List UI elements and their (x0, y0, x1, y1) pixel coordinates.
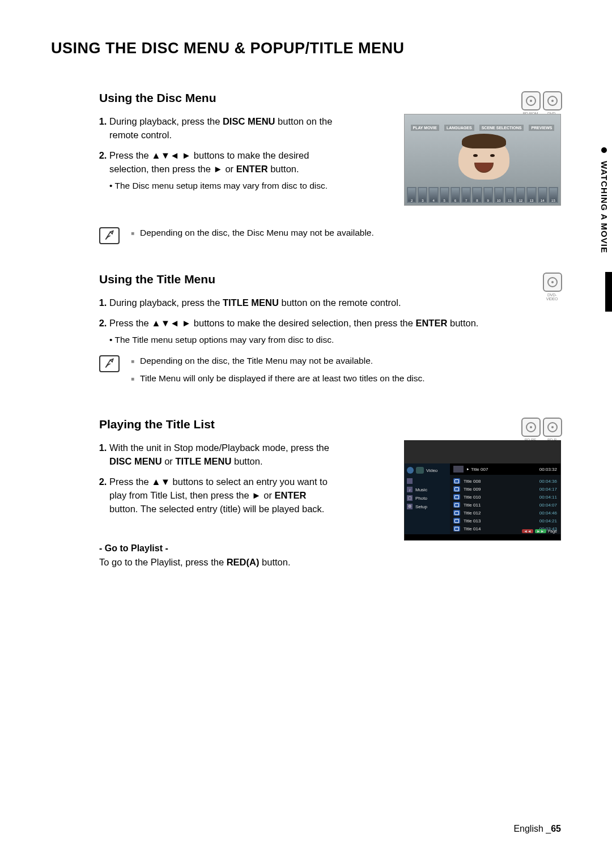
steps-list: With the unit in Stop mode/Playback mode… (99, 441, 336, 516)
section-title-menu: DVD-VIDEO Using the Title Menu During pl… (99, 273, 561, 389)
list-item: ▢Photo (407, 495, 448, 501)
globe-icon (407, 478, 413, 484)
clip-icon (453, 510, 460, 516)
table-row: Title 01000:04:11 (453, 493, 557, 501)
section-title: Playing the Title List (99, 418, 561, 431)
list-item (407, 478, 448, 484)
cd-icon (407, 467, 414, 474)
page-title: USING THE DISC MENU & POPUP/TITLE MENU (51, 40, 561, 57)
note-icon (99, 227, 120, 244)
scene-thumbnails: 2 3 4 5 6 7 8 9 10 11 12 13 14 15 (407, 187, 558, 203)
step-item: During playback, press the TITLE MENU bu… (109, 296, 495, 310)
list-item: ♪Music (407, 487, 448, 492)
bdr-icon: BD-R (543, 418, 561, 442)
section-title: Using the Disc Menu (99, 91, 561, 105)
sub-note: The Disc menu setup items may vary from … (109, 180, 336, 192)
menu-item: SCENE SELECTIONS (479, 125, 524, 131)
note-icon (99, 355, 120, 372)
table-row: Title 01300:04:21 (453, 517, 557, 525)
menu-item: PLAY MOVIE (411, 125, 439, 131)
page-hint: ◄◄►►Page (522, 529, 557, 533)
section-disc-menu: BD-ROM DVD-VIDEO Using the Disc Menu Dur… (99, 91, 561, 244)
disc-type-icons: BD-RE BD-R (521, 418, 561, 442)
film-icon (416, 467, 424, 474)
disc-menu-screenshot: PLAY MOVIE LANGUAGES SCENE SELECTIONS PR… (404, 114, 561, 206)
note-item: ■Title Menu will only be displayed if th… (131, 372, 425, 386)
title-list-screenshot: Video ♪Music ▢Photo ⚙Setup ▸ Title 007 (404, 440, 561, 541)
clip-icon (453, 526, 460, 531)
steps-list: During playback, press the DISC MENU but… (99, 115, 336, 192)
note-item: ■Depending on the disc, the Disc Menu ma… (131, 226, 374, 240)
clip-icon (453, 478, 460, 484)
playlist-instruction: To go to the Playlist, press the RED(A) … (99, 556, 561, 569)
steps-list: During playback, press the TITLE MENU bu… (99, 296, 495, 346)
clip-icon (453, 502, 460, 508)
dvdvideo-icon: DVD-VIDEO (543, 273, 561, 301)
menu-item: LANGUAGES (444, 125, 474, 131)
table-row: Title 01100:04:07 (453, 501, 557, 509)
step-item: With the unit in Stop mode/Playback mode… (109, 441, 336, 469)
thumbnail-icon (453, 466, 464, 473)
clip-icon (453, 486, 460, 492)
section-title-list: BD-RE BD-R Playing the Title List With t… (99, 418, 561, 569)
sub-heading: - Go to Playlist - (99, 543, 561, 554)
clip-icon (453, 494, 460, 500)
sub-note: The Title menu setup options may vary fr… (109, 334, 495, 346)
bdre-icon: BD-RE (521, 418, 539, 442)
photo-icon: ▢ (407, 495, 413, 501)
section-title: Using the Title Menu (99, 273, 561, 286)
list-item: ⚙Setup (407, 504, 448, 509)
table-row: Title 01200:04:46 (453, 509, 557, 517)
child-face-illustration (439, 137, 529, 182)
step-item: Press the ▲▼ buttons to select an entry … (109, 475, 336, 516)
step-item: Press the ▲▼◄ ► buttons to make the desi… (109, 149, 336, 192)
play-triangle-icon: ▸ (467, 467, 469, 471)
clip-icon (453, 518, 460, 524)
gear-icon: ⚙ (407, 504, 413, 509)
page-footer: English _65 (513, 824, 561, 834)
note-item: ■Depending on the disc, the Title Menu m… (131, 354, 425, 368)
table-row: Title 00800:04:36 (453, 477, 557, 485)
disc-type-icons: DVD-VIDEO (543, 273, 561, 301)
music-icon: ♪ (407, 487, 413, 492)
table-row: Title 00900:04:17 (453, 485, 557, 493)
step-item: During playback, press the DISC MENU but… (109, 115, 336, 142)
selected-title-row: ▸ Title 007 00:03:32 (450, 463, 560, 475)
step-item: Press the ▲▼◄ ► buttons to make the desi… (109, 317, 495, 346)
menu-item: PREVIEWS (529, 125, 554, 131)
